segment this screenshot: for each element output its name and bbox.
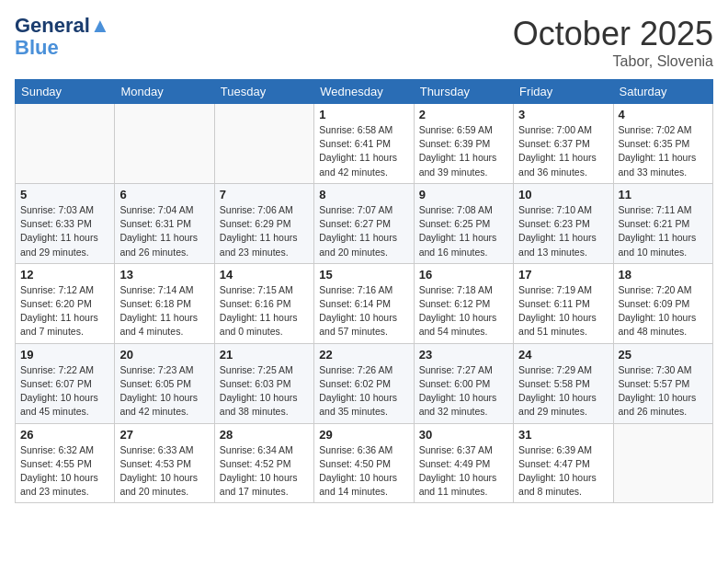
day-number: 12 [20, 268, 109, 282]
weekday-header-wednesday: Wednesday [314, 80, 414, 104]
calendar-cell: 6Sunrise: 7:04 AMSunset: 6:31 PMDaylight… [115, 183, 214, 263]
location: Tabor, Slovenia [513, 53, 713, 70]
calendar-cell: 20Sunrise: 7:23 AMSunset: 6:05 PMDayligh… [115, 343, 214, 423]
day-number: 19 [20, 348, 109, 362]
calendar-cell: 29Sunrise: 6:36 AMSunset: 4:50 PMDayligh… [314, 423, 414, 503]
day-info: Sunrise: 7:20 AMSunset: 6:09 PMDaylight:… [619, 283, 708, 339]
day-info: Sunrise: 6:37 AMSunset: 4:49 PMDaylight:… [419, 443, 508, 500]
calendar-cell: 30Sunrise: 6:37 AMSunset: 4:49 PMDayligh… [414, 423, 513, 503]
calendar-cell: 15Sunrise: 7:16 AMSunset: 6:14 PMDayligh… [314, 263, 414, 343]
day-info: Sunrise: 6:32 AMSunset: 4:55 PMDaylight:… [20, 443, 109, 500]
day-number: 7 [220, 188, 309, 201]
day-info: Sunrise: 6:34 AMSunset: 4:52 PMDaylight:… [220, 443, 309, 500]
day-info: Sunrise: 6:36 AMSunset: 4:50 PMDaylight:… [319, 443, 408, 500]
day-number: 22 [319, 348, 408, 362]
day-info: Sunrise: 7:15 AMSunset: 6:16 PMDaylight:… [220, 283, 309, 339]
logo-text: General▲ Blue [15, 15, 110, 59]
calendar-cell: 10Sunrise: 7:10 AMSunset: 6:23 PMDayligh… [514, 183, 613, 263]
calendar-cell: 3Sunrise: 7:00 AMSunset: 6:37 PMDaylight… [514, 104, 613, 184]
month-title: October 2025 [513, 15, 713, 53]
day-number: 29 [319, 428, 408, 442]
page-header: General▲ Blue October 2025 Tabor, Sloven… [15, 15, 713, 70]
day-number: 16 [419, 268, 508, 282]
calendar-cell: 12Sunrise: 7:12 AMSunset: 6:20 PMDayligh… [16, 263, 115, 343]
day-info: Sunrise: 7:18 AMSunset: 6:12 PMDaylight:… [419, 283, 508, 339]
calendar-cell: 14Sunrise: 7:15 AMSunset: 6:16 PMDayligh… [214, 263, 313, 343]
day-info: Sunrise: 7:12 AMSunset: 6:20 PMDaylight:… [20, 283, 109, 339]
logo: General▲ Blue [15, 15, 110, 59]
calendar-cell [115, 104, 214, 184]
day-info: Sunrise: 7:29 AMSunset: 5:58 PMDaylight:… [518, 363, 608, 419]
day-number: 9 [419, 188, 508, 201]
calendar-week-2: 5Sunrise: 7:03 AMSunset: 6:33 PMDaylight… [16, 183, 713, 263]
day-number: 24 [518, 348, 608, 362]
day-number: 2 [419, 108, 508, 121]
day-info: Sunrise: 7:04 AMSunset: 6:31 PMDaylight:… [119, 203, 209, 259]
day-info: Sunrise: 7:07 AMSunset: 6:27 PMDaylight:… [319, 203, 408, 259]
calendar-week-1: 1Sunrise: 6:58 AMSunset: 6:41 PMDaylight… [16, 104, 713, 184]
day-info: Sunrise: 7:25 AMSunset: 6:03 PMDaylight:… [220, 363, 309, 419]
calendar-cell: 4Sunrise: 7:02 AMSunset: 6:35 PMDaylight… [613, 104, 712, 184]
day-number: 25 [619, 348, 708, 362]
calendar-cell: 9Sunrise: 7:08 AMSunset: 6:25 PMDaylight… [414, 183, 513, 263]
calendar-table: SundayMondayTuesdayWednesdayThursdayFrid… [15, 79, 713, 503]
calendar-cell [16, 104, 115, 184]
calendar-cell: 2Sunrise: 6:59 AMSunset: 6:39 PMDaylight… [414, 104, 513, 184]
day-info: Sunrise: 7:19 AMSunset: 6:11 PMDaylight:… [518, 283, 608, 339]
calendar-cell: 17Sunrise: 7:19 AMSunset: 6:11 PMDayligh… [514, 263, 613, 343]
calendar-cell: 16Sunrise: 7:18 AMSunset: 6:12 PMDayligh… [414, 263, 513, 343]
day-info: Sunrise: 7:30 AMSunset: 5:57 PMDaylight:… [619, 363, 708, 419]
day-number: 1 [319, 108, 408, 121]
calendar-cell [214, 104, 313, 184]
calendar-cell: 5Sunrise: 7:03 AMSunset: 6:33 PMDaylight… [16, 183, 115, 263]
day-number: 23 [419, 348, 508, 362]
day-number: 10 [518, 188, 608, 201]
calendar-cell: 11Sunrise: 7:11 AMSunset: 6:21 PMDayligh… [613, 183, 712, 263]
day-info: Sunrise: 6:59 AMSunset: 6:39 PMDaylight:… [419, 123, 508, 179]
calendar-cell: 25Sunrise: 7:30 AMSunset: 5:57 PMDayligh… [613, 343, 712, 423]
calendar-week-5: 26Sunrise: 6:32 AMSunset: 4:55 PMDayligh… [16, 423, 713, 503]
calendar-cell: 7Sunrise: 7:06 AMSunset: 6:29 PMDaylight… [214, 183, 313, 263]
calendar-cell: 8Sunrise: 7:07 AMSunset: 6:27 PMDaylight… [314, 183, 414, 263]
day-info: Sunrise: 7:14 AMSunset: 6:18 PMDaylight:… [119, 283, 209, 339]
weekday-header-friday: Friday [514, 80, 613, 104]
day-number: 11 [619, 188, 708, 201]
calendar-cell: 19Sunrise: 7:22 AMSunset: 6:07 PMDayligh… [16, 343, 115, 423]
calendar-cell: 26Sunrise: 6:32 AMSunset: 4:55 PMDayligh… [16, 423, 115, 503]
calendar-cell: 21Sunrise: 7:25 AMSunset: 6:03 PMDayligh… [214, 343, 313, 423]
day-info: Sunrise: 7:00 AMSunset: 6:37 PMDaylight:… [518, 123, 608, 179]
day-info: Sunrise: 7:16 AMSunset: 6:14 PMDaylight:… [319, 283, 408, 339]
calendar-week-4: 19Sunrise: 7:22 AMSunset: 6:07 PMDayligh… [16, 343, 713, 423]
day-number: 20 [119, 348, 209, 362]
day-number: 6 [119, 188, 209, 201]
day-info: Sunrise: 6:39 AMSunset: 4:47 PMDaylight:… [518, 443, 608, 500]
calendar-cell: 23Sunrise: 7:27 AMSunset: 6:00 PMDayligh… [414, 343, 513, 423]
calendar-cell: 22Sunrise: 7:26 AMSunset: 6:02 PMDayligh… [314, 343, 414, 423]
weekday-header-monday: Monday [115, 80, 214, 104]
calendar-cell: 1Sunrise: 6:58 AMSunset: 6:41 PMDaylight… [314, 104, 414, 184]
day-info: Sunrise: 7:11 AMSunset: 6:21 PMDaylight:… [619, 203, 708, 259]
calendar-cell: 24Sunrise: 7:29 AMSunset: 5:58 PMDayligh… [514, 343, 613, 423]
day-number: 4 [619, 108, 708, 121]
day-info: Sunrise: 7:23 AMSunset: 6:05 PMDaylight:… [119, 363, 209, 419]
calendar-cell: 13Sunrise: 7:14 AMSunset: 6:18 PMDayligh… [115, 263, 214, 343]
day-info: Sunrise: 6:58 AMSunset: 6:41 PMDaylight:… [319, 123, 408, 179]
day-number: 26 [20, 428, 109, 442]
calendar-cell: 18Sunrise: 7:20 AMSunset: 6:09 PMDayligh… [613, 263, 712, 343]
day-number: 21 [220, 348, 309, 362]
weekday-header-thursday: Thursday [414, 80, 513, 104]
day-number: 17 [518, 268, 608, 282]
day-info: Sunrise: 7:22 AMSunset: 6:07 PMDaylight:… [20, 363, 109, 419]
calendar-cell [613, 423, 712, 503]
day-number: 13 [119, 268, 209, 282]
day-number: 3 [518, 108, 608, 121]
day-number: 30 [419, 428, 508, 442]
weekday-header-sunday: Sunday [16, 80, 115, 104]
title-block: October 2025 Tabor, Slovenia [513, 15, 713, 70]
day-number: 15 [319, 268, 408, 282]
calendar-cell: 27Sunrise: 6:33 AMSunset: 4:53 PMDayligh… [115, 423, 214, 503]
day-info: Sunrise: 7:03 AMSunset: 6:33 PMDaylight:… [20, 203, 109, 259]
calendar-week-3: 12Sunrise: 7:12 AMSunset: 6:20 PMDayligh… [16, 263, 713, 343]
day-number: 18 [619, 268, 708, 282]
weekday-header-saturday: Saturday [613, 80, 712, 104]
